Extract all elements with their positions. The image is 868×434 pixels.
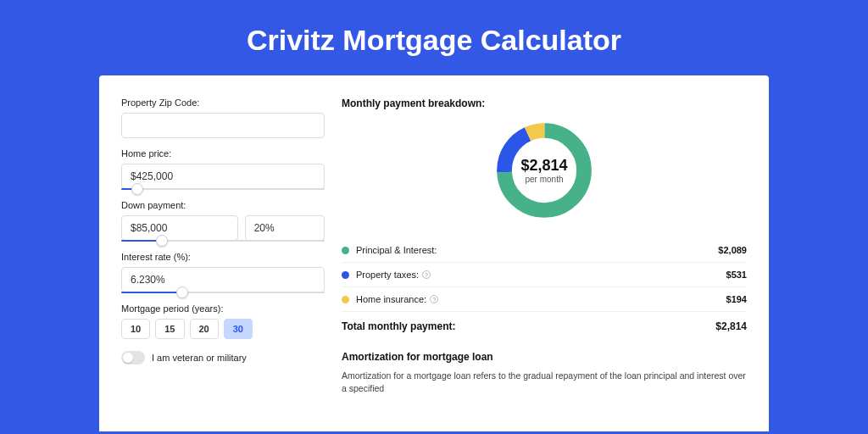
period-option-10[interactable]: 10	[121, 319, 150, 339]
veteran-toggle-knob	[123, 353, 133, 363]
down-payment-field-group: Down payment:	[121, 200, 325, 242]
interest-rate-field-group: Interest rate (%):	[121, 252, 325, 293]
amortization-text: Amortization for a mortgage loan refers …	[342, 370, 747, 394]
period-label: Mortgage period (years):	[121, 303, 325, 314]
interest-rate-slider-thumb[interactable]	[176, 287, 188, 298]
legend-value-home-insurance: $194	[726, 294, 747, 304]
dot-icon	[342, 271, 349, 279]
home-price-field-group: Home price:	[121, 148, 325, 190]
interest-rate-input[interactable]	[121, 267, 325, 292]
down-payment-percent-input[interactable]	[245, 215, 325, 241]
period-field-group: Mortgage period (years): 10 15 20 30	[121, 303, 325, 339]
calculator-card: Property Zip Code: Home price: Down paym…	[99, 75, 769, 431]
down-payment-slider-thumb[interactable]	[156, 235, 168, 247]
legend-value-principal-interest: $2,089	[718, 245, 747, 255]
home-price-input[interactable]	[121, 164, 325, 189]
dot-icon	[342, 247, 349, 254]
home-price-slider-thumb[interactable]	[131, 183, 143, 195]
amortization-title: Amortization for mortgage loan	[342, 351, 747, 363]
period-option-20[interactable]: 20	[190, 319, 219, 339]
zip-input[interactable]	[121, 113, 325, 138]
interest-rate-slider[interactable]	[121, 292, 325, 293]
legend-row-property-taxes: Property taxes: ? $531	[342, 262, 747, 287]
down-payment-amount-input[interactable]	[121, 215, 238, 241]
legend-label-principal-interest: Principal & Interest:	[356, 245, 718, 255]
breakdown-title: Monthly payment breakdown:	[342, 97, 747, 109]
dot-icon	[342, 296, 349, 303]
home-price-slider[interactable]	[121, 188, 325, 190]
legend-label-text: Home insurance:	[356, 294, 426, 304]
donut-center-sub: per month	[525, 175, 563, 184]
legend-label-text: Principal & Interest:	[356, 245, 437, 255]
veteran-label: I am veteran or military	[152, 353, 247, 363]
breakdown-column: Monthly payment breakdown: $2,814 per mo…	[342, 97, 747, 431]
legend-label-home-insurance: Home insurance: ?	[356, 294, 726, 304]
donut-center-amount: $2,814	[520, 157, 567, 175]
info-icon[interactable]: ?	[430, 295, 438, 303]
legend-value-property-taxes: $531	[726, 270, 747, 280]
zip-field-group: Property Zip Code:	[121, 97, 325, 138]
legend-label-property-taxes: Property taxes: ?	[356, 270, 726, 280]
veteran-row: I am veteran or military	[121, 351, 325, 364]
info-icon[interactable]: ?	[422, 270, 431, 279]
total-value: $2,814	[715, 320, 747, 332]
legend-label-text: Property taxes:	[356, 270, 419, 280]
down-payment-label: Down payment:	[121, 200, 325, 210]
inputs-column: Property Zip Code: Home price: Down paym…	[121, 97, 325, 431]
total-row: Total monthly payment: $2,814	[342, 311, 747, 342]
zip-label: Property Zip Code:	[121, 97, 325, 108]
page-title: Crivitz Mortgage Calculator	[0, 0, 868, 75]
veteran-toggle[interactable]	[121, 351, 145, 364]
donut-chart-wrap: $2,814 per month	[342, 118, 747, 223]
interest-rate-label: Interest rate (%):	[121, 252, 325, 262]
donut-center: $2,814 per month	[492, 118, 597, 223]
period-option-15[interactable]: 15	[155, 319, 184, 339]
home-price-label: Home price:	[121, 148, 325, 159]
period-options: 10 15 20 30	[121, 319, 325, 339]
total-label: Total monthly payment:	[342, 320, 715, 332]
down-payment-slider[interactable]	[121, 240, 325, 242]
legend-row-principal-interest: Principal & Interest: $2,089	[342, 238, 747, 262]
legend-row-home-insurance: Home insurance: ? $194	[342, 287, 747, 311]
period-option-30[interactable]: 30	[224, 319, 253, 339]
donut-chart: $2,814 per month	[492, 118, 597, 223]
